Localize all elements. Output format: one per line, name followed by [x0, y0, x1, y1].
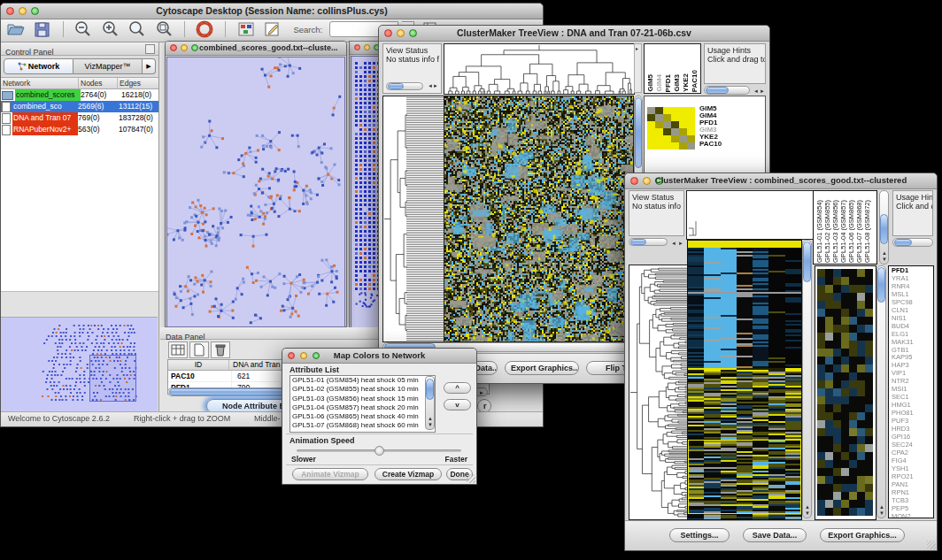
- network-view-window: combined_scores_good.txt--cluste...: [165, 41, 347, 327]
- animation-speed-label: Animation Speed: [290, 436, 355, 445]
- tv1-status-hscrollbar[interactable]: [386, 82, 423, 90]
- tv2-column-dendrogram-area[interactable]: [686, 190, 814, 240]
- float-panel-icon[interactable]: [145, 44, 155, 54]
- minimize-icon[interactable]: [364, 44, 370, 50]
- resize-grip[interactable]: [467, 474, 475, 483]
- network-name: combined_sco: [12, 101, 78, 112]
- save-icon[interactable]: [32, 19, 53, 39]
- tv2-column-label: GPL51-04 (GSM857): [839, 200, 847, 263]
- tv1-usage-hscrollbar[interactable]: [704, 86, 750, 95]
- tv2-heatmap-vscrollbar[interactable]: ▲▼: [802, 240, 812, 518]
- tv1-column-label: GIM4: [655, 74, 664, 92]
- tv2-export-graphics-button[interactable]: Export Graphics...: [820, 528, 905, 542]
- tv1-column-label: YKE2: [682, 73, 691, 92]
- cell-id: PAC10: [168, 371, 232, 381]
- tv1-title: ClusterMaker TreeView : DNA and Tran 07-…: [379, 27, 769, 38]
- tv2-zoom-heatmap[interactable]: [815, 265, 876, 520]
- tv1-titlebar[interactable]: ClusterMaker TreeView : DNA and Tran 07-…: [379, 26, 769, 42]
- network-row[interactable]: combined_scores2764(0)16218(0): [1, 89, 158, 101]
- attribute-item[interactable]: GPL51-06 (GSM865) heat shock 40 min: [290, 412, 435, 421]
- annotation-icon[interactable]: [262, 19, 283, 39]
- tv1-gene-list: GIM5GIM4PFD1GIM3YKE2PAC10: [699, 105, 722, 148]
- tab-network[interactable]: Network: [4, 58, 73, 74]
- network-row[interactable]: combined_sco2569(6)13112(15): [1, 101, 158, 112]
- zoom-out-icon[interactable]: [73, 19, 94, 39]
- help-lifesaver-icon[interactable]: [195, 19, 216, 39]
- zoom-in-icon[interactable]: [100, 19, 121, 39]
- tv2-column-label: GPL51-01 (GSM854): [815, 200, 823, 263]
- attribute-listbox[interactable]: GPL51-01 (GSM854) heat shock 05 minGPL51…: [290, 375, 436, 433]
- network-nodes: 2764(0): [81, 89, 121, 101]
- delete-attribute-icon[interactable]: [211, 341, 230, 358]
- network-row[interactable]: RNAPuberNov2+563(0)107847(0): [1, 124, 158, 135]
- network-nodes: 563(0): [78, 124, 119, 135]
- move-down-button[interactable]: v: [444, 399, 471, 410]
- tv2-view-status-panel: View StatusNo status info: [629, 190, 684, 236]
- minimize-icon[interactable]: [181, 44, 188, 51]
- network-nodes: 2569(6): [78, 101, 119, 112]
- tab-overflow-button[interactable]: ▶: [143, 58, 156, 74]
- dialog-titlebar[interactable]: Map Colors to Network: [282, 349, 476, 364]
- open-file-icon[interactable]: [5, 19, 27, 39]
- tab-vizmapper[interactable]: VizMapper™: [73, 58, 143, 74]
- tv2-status-hscrollbar[interactable]: [629, 238, 668, 246]
- tv1-column-label: PFD1: [664, 74, 673, 92]
- tv1-column-labels-panel: GIM5GIM4PFD1GIM3YKE2PAC10: [644, 43, 701, 94]
- tv2-column-label: GPL51-03 (GSM856): [831, 200, 839, 263]
- network-edges: 183728(0): [119, 112, 158, 124]
- tv1-usage-hints-panel: Usage HintsClick and drag to: [704, 43, 766, 84]
- attribute-item[interactable]: GPL51-02 (GSM855) heat shock 10 min: [290, 385, 435, 394]
- create-vizmap-button[interactable]: Create Vizmap: [374, 468, 442, 480]
- network-edges: 107847(0): [119, 124, 158, 135]
- desktop: Cytoscape Desktop (Session Name: collins…: [0, 0, 942, 560]
- tv2-titlebar[interactable]: ClusterMaker TreeView : combined_scores_…: [625, 173, 937, 189]
- faster-label: Faster: [444, 455, 467, 464]
- tv2-settings-button[interactable]: Settings...: [669, 528, 730, 542]
- treeview-window-combined: ClusterMaker TreeView : combined_scores_…: [624, 173, 938, 551]
- vizmapper-icon[interactable]: [236, 19, 257, 39]
- network-name: RNAPuberNov2+: [12, 124, 78, 135]
- tv2-save-data-button[interactable]: Save Data...: [743, 528, 807, 542]
- network-row[interactable]: DNA and Tran 07769(0)183728(0): [1, 112, 158, 124]
- network-table-header: Network Nodes Edges: [1, 78, 158, 89]
- attribute-item[interactable]: GPL51-03 (GSM856) heat shock 15 min: [290, 395, 435, 403]
- status-middle-hint: Middle-: [254, 414, 281, 423]
- network-view-canvas[interactable]: [166, 57, 345, 327]
- zoom-selected-icon[interactable]: [154, 19, 175, 39]
- network-edges: 16218(0): [121, 89, 158, 101]
- zoom-window-icon[interactable]: [191, 44, 198, 51]
- tv1-export-graphics-button[interactable]: Export Graphics...: [505, 361, 579, 375]
- tv2-labels-vscrollbar[interactable]: ▲▼: [879, 190, 889, 265]
- attribute-table-icon[interactable]: [168, 341, 188, 358]
- animation-speed-slider[interactable]: [297, 449, 461, 452]
- network-name: DNA and Tran 07: [12, 112, 78, 124]
- attribute-item[interactable]: GPL51-07 (GSM868) heat shock 60 min: [290, 421, 435, 430]
- tv1-side-strip[interactable]: ▸: [634, 43, 642, 93]
- resize-grip[interactable]: [927, 541, 936, 549]
- attribute-item[interactable]: GPL51-04 (GSM857) heat shock 20 min: [290, 403, 435, 412]
- tv2-row-dendrogram[interactable]: [629, 265, 688, 520]
- tv1-similarity-matrix[interactable]: [647, 107, 695, 150]
- attribute-item[interactable]: GPL51-01 (GSM854) heat shock 05 min: [290, 376, 435, 385]
- close-icon[interactable]: [170, 44, 177, 51]
- tv2-gene-list-panel: PFD1YRA1RNR4MSL1SPC98CLN1NIS1BUD4ELG1MAK…: [888, 265, 934, 518]
- new-attribute-icon[interactable]: [189, 341, 209, 358]
- move-up-button[interactable]: ^: [444, 382, 471, 394]
- zoom-fit-icon[interactable]: [127, 19, 148, 39]
- birdseye-view-canvas[interactable]: [1, 317, 158, 411]
- network-table[interactable]: combined_scores2764(0)16218(0)combined_s…: [1, 89, 158, 292]
- animate-vizmap-button[interactable]: Animate Vizmap: [292, 468, 368, 480]
- attribute-list-vscrollbar[interactable]: ▲▼: [425, 376, 435, 430]
- tv2-usage-hscrollbar[interactable]: [892, 238, 933, 247]
- tv1-heatmap[interactable]: [444, 96, 634, 342]
- tv1-row-dendrogram[interactable]: [382, 96, 444, 342]
- close-icon[interactable]: [354, 44, 360, 50]
- tv2-zoom-vscrollbar[interactable]: ▲▼: [876, 265, 886, 518]
- network-name: combined_scores: [15, 89, 81, 101]
- main-titlebar[interactable]: Cytoscape Desktop (Session Name: collins…: [1, 4, 543, 19]
- slider-thumb[interactable]: [374, 446, 384, 456]
- slower-label: Slower: [291, 455, 316, 464]
- status-welcome: Welcome to Cytoscape 2.6.2: [8, 414, 110, 423]
- tv1-column-dendrogram[interactable]: [444, 43, 635, 95]
- tv2-heatmap[interactable]: [687, 240, 802, 520]
